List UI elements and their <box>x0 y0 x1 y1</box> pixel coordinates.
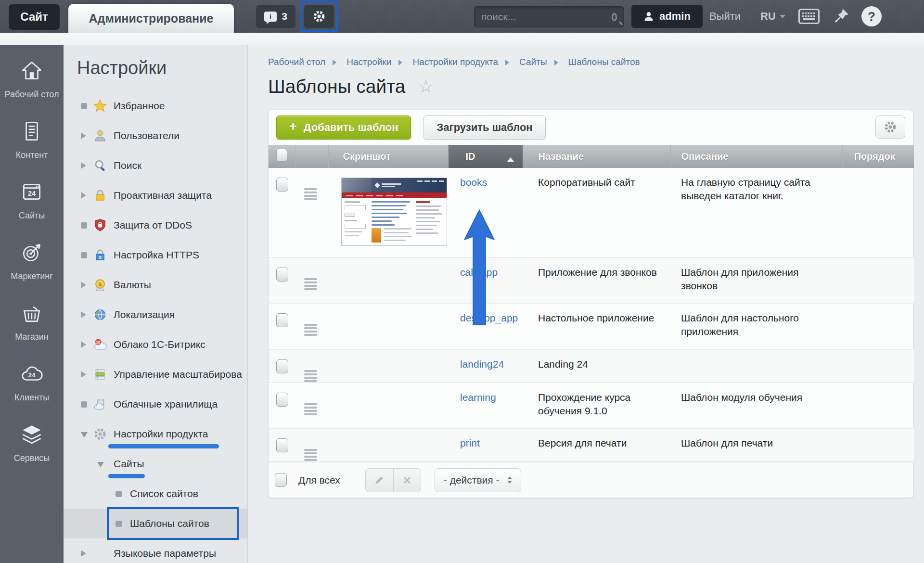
template-id-link[interactable]: books <box>460 177 487 188</box>
template-description: Шаблон для приложения звонков <box>670 257 842 303</box>
site-button[interactable]: Сайт <box>9 4 60 30</box>
row-menu-icon[interactable] <box>304 370 317 382</box>
settings-item-label: Пользователи <box>114 130 243 141</box>
add-template-button[interactable]: + Добавить шаблон <box>276 115 411 140</box>
settings-menu-item-sites[interactable]: Сайты <box>64 449 247 479</box>
logout-link[interactable]: Выйти <box>709 10 741 23</box>
settings-item-label: Список сайтов <box>130 488 243 499</box>
sidebar-item-window-24[interactable]: 24 Сайты <box>0 180 64 221</box>
row-menu-icon[interactable] <box>304 403 317 415</box>
breadcrumb-link[interactable]: Настройки <box>346 57 391 67</box>
column-header-description[interactable]: Описание <box>670 145 842 168</box>
star-icon <box>93 99 107 113</box>
settings-item-label: Защита от DDoS <box>114 219 243 231</box>
settings-gear-button[interactable] <box>304 5 334 28</box>
column-header-name[interactable]: Название <box>523 145 670 168</box>
help-button[interactable]: ? <box>861 6 882 26</box>
select-all-checkbox[interactable] <box>276 149 287 162</box>
language-switcher[interactable]: RU <box>760 10 785 23</box>
breadcrumb-link[interactable]: Сайты <box>519 57 547 67</box>
template-id-link[interactable]: call_app <box>460 267 498 278</box>
actions-dropdown[interactable]: - действия - <box>435 468 521 492</box>
row-checkbox[interactable] <box>276 438 288 452</box>
close-icon <box>402 475 412 485</box>
active-section-underline <box>108 444 219 448</box>
template-id-link[interactable]: print <box>460 437 480 448</box>
sidebar-item-target[interactable]: Маркетинг <box>0 241 64 282</box>
breadcrumb-separator-icon <box>333 60 339 65</box>
svg-text:24: 24 <box>28 371 36 379</box>
select-all-header[interactable] <box>269 145 295 168</box>
row-checkbox[interactable] <box>276 178 288 192</box>
row-checkbox[interactable] <box>276 268 288 282</box>
settings-menu-item-bitrix-cloud[interactable]: 1СОблако 1С-Битрикс <box>64 330 247 359</box>
grid-settings-button[interactable] <box>875 115 905 139</box>
sidebar-item-label: Сервисы <box>14 453 50 464</box>
row-checkbox[interactable] <box>276 393 288 407</box>
template-order <box>842 303 914 349</box>
search-icon[interactable] <box>612 13 617 21</box>
sidebar-item-label: Контент <box>16 150 48 161</box>
settings-menu-item-site-templates[interactable]: Шаблоны сайтов <box>64 509 247 538</box>
template-id-link[interactable]: landing24 <box>460 358 504 370</box>
bullet-marker-icon <box>81 222 87 229</box>
settings-menu-item-product-settings[interactable]: Настройки продукта <box>64 419 247 449</box>
settings-menu-item-users[interactable]: Пользователи <box>64 121 247 151</box>
settings-menu-item-ddos-protection[interactable]: Защита от DDoS <box>64 210 247 240</box>
search-input[interactable] <box>481 11 612 23</box>
tab-administration[interactable]: Администрирование <box>68 4 234 33</box>
settings-menu-item-cloud-storage[interactable]: Облачные хранилища <box>64 389 247 419</box>
column-header-order[interactable]: Порядок <box>842 145 914 168</box>
sidebar-item-home[interactable]: Рабочий стол <box>0 59 64 100</box>
notifications-button[interactable]: i 3 <box>256 5 295 28</box>
sidebar-item-layers[interactable]: Сервисы <box>0 422 64 464</box>
sidebar-item-cloud-24[interactable]: 24 Клиенты <box>0 362 64 403</box>
settings-menu-item-favorites[interactable]: Избранное <box>64 91 247 121</box>
settings-menu-item-proactive-protection[interactable]: Проактивная защита <box>64 180 247 210</box>
row-checkbox[interactable] <box>276 313 288 327</box>
global-search <box>474 6 624 27</box>
settings-menu-item-localization[interactable]: Локализация <box>64 300 247 330</box>
favorite-star-icon[interactable]: ☆ <box>418 78 433 95</box>
column-header-screenshot[interactable]: Скриншот <box>328 145 448 168</box>
sidebar-item-basket[interactable]: Магазин <box>0 301 64 343</box>
settings-item-label: Локализация <box>114 309 243 320</box>
notification-count: 3 <box>282 11 287 22</box>
sidebar-item-document[interactable]: Контент <box>0 119 64 161</box>
sidebar-item-label: Маркетинг <box>11 271 53 282</box>
settings-menu-item-scaling[interactable]: Управление масштабирова <box>64 359 247 389</box>
template-id-link[interactable]: desktop_app <box>460 312 518 323</box>
cloud-24-icon: 24 <box>20 362 44 388</box>
column-header-id-sorted[interactable]: ID <box>448 145 523 168</box>
breadcrumb-link[interactable]: Настройки продукта <box>412 57 498 67</box>
delete-button[interactable] <box>393 469 421 492</box>
sort-ascending-icon <box>507 154 514 162</box>
sidebar-item-label: Сайты <box>19 210 45 221</box>
settings-menu-item-search[interactable]: Поиск <box>64 151 247 180</box>
row-checkbox[interactable] <box>276 359 288 373</box>
template-id-link[interactable]: learning <box>460 392 496 403</box>
row-menu-icon[interactable] <box>304 449 317 461</box>
chevron-down-icon <box>97 462 104 471</box>
settings-menu-item-site-list[interactable]: Список сайтов <box>64 479 247 509</box>
footer-select-all-checkbox[interactable] <box>275 473 287 487</box>
breadcrumb-separator-icon <box>554 60 561 65</box>
bullet-marker-icon <box>116 521 122 527</box>
row-menu-icon[interactable] <box>304 324 317 336</box>
upload-template-button[interactable]: Загрузить шаблон <box>424 115 545 140</box>
virtual-keyboard-button[interactable] <box>798 7 820 26</box>
search-icon <box>93 159 107 172</box>
settings-menu-item-currencies[interactable]: $Валюты <box>64 270 247 300</box>
settings-menu-item-language-params[interactable]: Языковые параметры <box>64 538 247 563</box>
template-screenshot-thumbnail <box>341 178 447 246</box>
settings-menu-item-https-setup[interactable]: SНастройка HTTPS <box>64 240 247 270</box>
svg-text:$: $ <box>99 282 102 287</box>
row-menu-icon[interactable] <box>304 278 317 290</box>
row-menu-icon[interactable] <box>304 188 317 200</box>
pin-button[interactable] <box>830 7 852 26</box>
user-icon <box>93 129 107 142</box>
user-menu-button[interactable]: admin <box>631 5 703 28</box>
breadcrumb-link[interactable]: Шаблоны сайтов <box>568 57 640 67</box>
edit-button[interactable] <box>366 469 393 492</box>
breadcrumb-link[interactable]: Рабочий стол <box>268 57 325 67</box>
